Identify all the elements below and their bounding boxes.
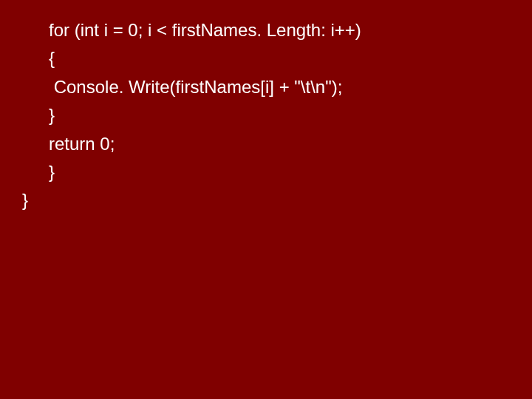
code-line: } <box>22 158 532 186</box>
code-line: for (int i = 0; i < firstNames. Length: … <box>22 16 532 44</box>
code-line: } <box>22 101 532 129</box>
code-line: { <box>22 44 532 72</box>
code-line: } <box>22 186 532 214</box>
code-line: Console. Write(firstNames[i] + "\t\n"); <box>22 73 532 101</box>
code-slide: for (int i = 0; i < firstNames. Length: … <box>0 0 532 399</box>
code-line: return 0; <box>22 130 532 158</box>
